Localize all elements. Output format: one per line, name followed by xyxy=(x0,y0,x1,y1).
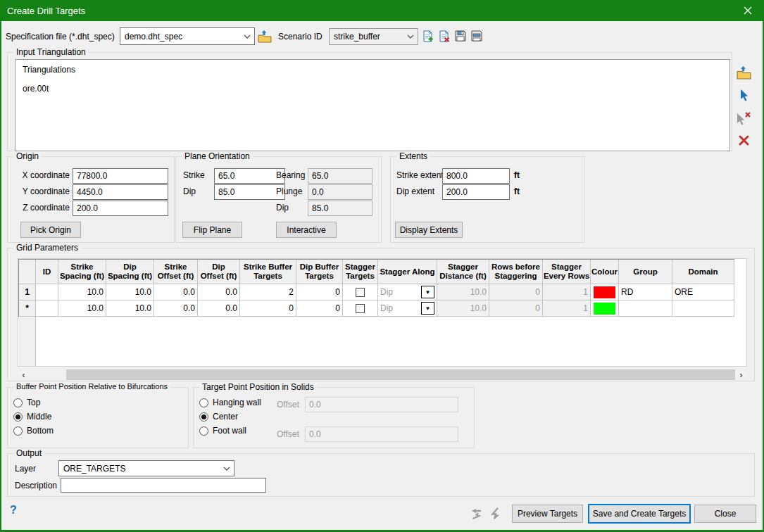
strike-extent-field[interactable] xyxy=(442,168,510,184)
chevron-down-icon[interactable] xyxy=(403,29,418,44)
strike-offset-cell[interactable]: 0.0 xyxy=(154,284,198,300)
id-cell[interactable] xyxy=(36,284,58,300)
buffer-position-option-top[interactable]: Top xyxy=(13,398,40,407)
stagger-along-dropdown[interactable]: ▼ xyxy=(421,286,434,298)
preview-targets-button[interactable]: Preview Targets xyxy=(512,505,583,523)
strike-offset-cell[interactable]: 0.0 xyxy=(154,300,198,317)
remove-triangulations-button[interactable] xyxy=(738,134,750,146)
pick-origin-button[interactable]: Pick Origin xyxy=(20,222,81,238)
dip-spacing-cell[interactable]: 10.0 xyxy=(106,300,154,317)
load-triangulation-button[interactable] xyxy=(735,65,752,80)
target-position-option-foot-wall[interactable]: Foot wall xyxy=(199,426,246,436)
buffer-position-option-middle[interactable]: Middle xyxy=(13,412,51,422)
new-scenario-button[interactable] xyxy=(421,30,434,42)
colour-cell[interactable] xyxy=(591,300,619,317)
scrollbar-thumb[interactable] xyxy=(66,369,735,380)
group-cell[interactable] xyxy=(619,300,672,317)
domain-cell[interactable] xyxy=(672,300,734,317)
chevron-down-icon[interactable] xyxy=(240,28,254,44)
stagger-along-cell[interactable]: Dip▼ xyxy=(378,284,437,300)
dip-offset-cell[interactable]: 0.0 xyxy=(198,300,240,317)
row-header-strip xyxy=(19,317,36,366)
spec-file-value: demo.dht_spec xyxy=(125,32,182,42)
x-coordinate-field[interactable] xyxy=(73,168,168,184)
strike-field[interactable] xyxy=(214,168,285,184)
scenario-id-value: strike_buffer xyxy=(334,32,380,42)
stagger-targets-cell[interactable] xyxy=(343,300,378,317)
triangulation-list[interactable]: Triangulations ore.00t xyxy=(15,59,730,151)
input-triangulation-group: Input Triangulation Triangulations ore.0… xyxy=(7,52,732,151)
description-field[interactable] xyxy=(61,478,266,493)
radio-icon[interactable] xyxy=(13,398,23,407)
radio-icon[interactable] xyxy=(199,412,208,422)
domain-cell[interactable]: ORE xyxy=(672,284,734,300)
close-dialog-button[interactable]: Close xyxy=(694,505,756,523)
dip-buffer-targets-cell[interactable]: 0 xyxy=(296,284,343,300)
stagger-along-dropdown[interactable]: ▼ xyxy=(421,302,434,315)
dip-extent-field[interactable] xyxy=(442,184,510,200)
radio-icon[interactable] xyxy=(199,426,208,436)
apply-button[interactable] xyxy=(469,507,483,521)
target-position-option-hanging-wall[interactable]: Hanging wall xyxy=(199,398,261,407)
buffer-point-position-title: Buffer Point Position Relative to Bifurc… xyxy=(13,382,170,391)
chevron-down-icon[interactable] xyxy=(220,461,234,476)
horizontal-scrollbar[interactable]: ‹ › xyxy=(18,369,747,380)
select-triangulation-button[interactable] xyxy=(738,89,751,102)
scroll-right-button[interactable]: › xyxy=(735,369,747,380)
save-and-create-targets-button[interactable]: Save and Create Targets xyxy=(588,504,691,524)
flip-plane-button[interactable]: Flip Plane xyxy=(182,222,242,238)
grid-table: ID StrikeSpacing (ft) DipSpacing (ft) St… xyxy=(18,259,734,317)
triangulation-root[interactable]: Triangulations xyxy=(23,65,75,75)
colour-swatch[interactable] xyxy=(594,286,615,298)
radio-icon[interactable] xyxy=(199,398,208,407)
save-as-scenario-button[interactable] xyxy=(470,30,483,42)
strike-buffer-targets-cell[interactable]: 2 xyxy=(240,284,296,300)
id-cell[interactable] xyxy=(36,300,58,317)
column-header-line: Strike Buffer xyxy=(244,262,292,272)
colour-swatch[interactable] xyxy=(594,303,615,315)
deselect-triangulation-button[interactable] xyxy=(735,111,752,126)
column-header: Dip BufferTargets xyxy=(296,260,343,284)
dip-spacing-cell[interactable]: 10.0 xyxy=(106,284,154,300)
spec-file-combobox[interactable]: demo.dht_spec xyxy=(120,27,255,45)
group-cell[interactable]: RD xyxy=(619,284,672,300)
display-extents-button[interactable]: Display Extents xyxy=(395,222,463,238)
help-icon[interactable]: ? xyxy=(10,504,17,517)
z-coordinate-field[interactable] xyxy=(73,201,168,216)
column-header: Group xyxy=(619,260,672,284)
stagger-targets-checkbox[interactable] xyxy=(356,304,365,313)
row-header-cell[interactable]: 1 xyxy=(19,284,36,300)
stagger-targets-checkbox[interactable] xyxy=(356,288,365,297)
dip-buffer-targets-cell[interactable]: 0 xyxy=(296,300,343,317)
radio-icon[interactable] xyxy=(13,426,23,436)
radio-icon[interactable] xyxy=(13,412,23,422)
layer-combobox[interactable]: ORE_TARGETS xyxy=(58,460,234,476)
stagger-targets-cell[interactable] xyxy=(343,284,378,300)
scroll-left-button[interactable]: ‹ xyxy=(18,369,30,380)
origin-group: Origin X coordinate Y coordinate Z coord… xyxy=(7,156,175,243)
dip-field[interactable] xyxy=(214,184,285,200)
strike-spacing-cell[interactable]: 10.0 xyxy=(58,284,106,300)
scenario-id-combobox[interactable]: strike_buffer xyxy=(329,28,418,45)
column-header-line: Offset (ft) xyxy=(201,272,237,281)
apply-all-button[interactable] xyxy=(488,507,502,521)
y-coordinate-field[interactable] xyxy=(73,184,168,200)
corner-header-cell xyxy=(19,260,36,284)
dip-offset-cell[interactable]: 0.0 xyxy=(198,284,240,300)
buffer-point-position-group: Buffer Point Position Relative to Bifurc… xyxy=(7,387,189,448)
grid-parameters-group: Grid Parameters ID StrikeSpacing (ft) Di… xyxy=(7,248,755,381)
delete-scenario-button[interactable] xyxy=(437,30,450,42)
close-button[interactable] xyxy=(732,0,764,21)
buffer-position-option-bottom[interactable]: Bottom xyxy=(13,426,54,436)
column-header: DipOffset (ft) xyxy=(198,260,240,284)
interactive-button[interactable]: Interactive xyxy=(276,222,337,238)
row-header-cell[interactable]: * xyxy=(19,300,36,317)
colour-cell[interactable] xyxy=(591,284,619,300)
save-scenario-button[interactable] xyxy=(454,30,467,42)
target-position-option-center[interactable]: Center xyxy=(199,412,238,422)
open-folder-button[interactable] xyxy=(257,29,273,44)
stagger-along-cell[interactable]: Dip▼ xyxy=(378,300,437,317)
strike-buffer-targets-cell[interactable]: 0 xyxy=(240,300,296,317)
triangulation-item[interactable]: ore.00t xyxy=(23,84,49,94)
strike-spacing-cell[interactable]: 10.0 xyxy=(58,300,106,317)
